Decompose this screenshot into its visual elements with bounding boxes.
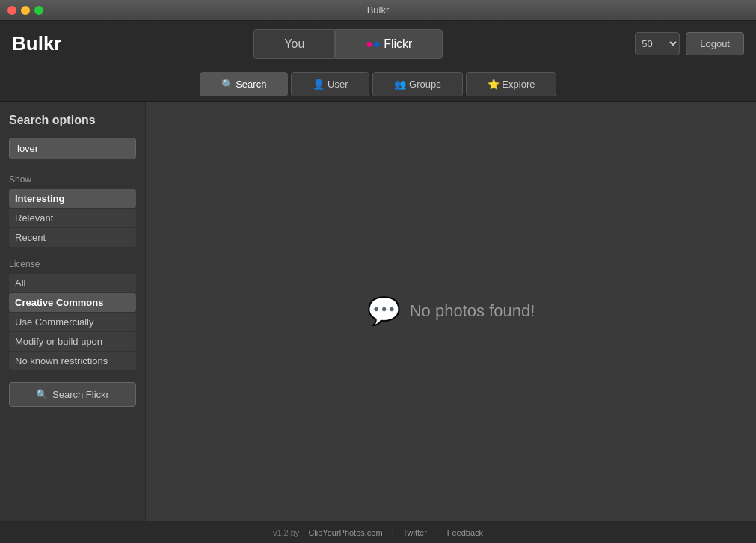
license-option-all[interactable]: All — [9, 274, 136, 292]
search-icon: 🔍 — [221, 79, 233, 90]
nav-right: 50 25 100 Logout — [635, 32, 744, 55]
license-label: License — [9, 259, 136, 269]
sec-tab-groups-label: Groups — [409, 79, 441, 90]
content-area: 💬 No photos found! — [146, 102, 756, 521]
sec-tab-explore-label: Explore — [502, 79, 535, 90]
title-bar: Bulkr — [0, 0, 756, 21]
minimize-button[interactable] — [21, 6, 30, 15]
user-icon: 👤 — [313, 79, 325, 90]
no-photos-message: 💬 No photos found! — [367, 295, 535, 327]
sec-tab-search-label: Search — [236, 79, 266, 90]
footer-twitter-link[interactable]: Twitter — [403, 528, 427, 537]
footer: v1.2 by ClipYourPhotos.com | Twitter | F… — [0, 521, 756, 543]
show-option-recent[interactable]: Recent — [9, 228, 136, 247]
sidebar: Search options Show Interesting Relevant… — [0, 102, 146, 521]
sidebar-title: Search options — [9, 114, 136, 127]
sec-tab-user-label: User — [328, 79, 348, 90]
license-option-modify-or-build[interactable]: Modify or build upon — [9, 332, 136, 351]
main-content: Search options Show Interesting Relevant… — [0, 102, 756, 521]
nav-tabs: You ●● Flickr — [188, 29, 509, 59]
nav-tab-flickr[interactable]: ●● Flickr — [335, 29, 443, 59]
footer-sep-2: | — [436, 528, 438, 537]
per-page-select[interactable]: 50 25 100 — [635, 32, 680, 55]
search-input[interactable] — [9, 138, 136, 159]
license-options-list: All Creative Commons Use Commercially Mo… — [9, 274, 136, 370]
show-label: Show — [9, 174, 136, 185]
license-option-no-known[interactable]: No known restrictions — [9, 352, 136, 370]
window-title: Bulkr — [367, 4, 390, 16]
show-options-list: Interesting Relevant Recent — [9, 189, 136, 247]
sec-tab-user[interactable]: 👤 User — [291, 72, 369, 96]
license-option-use-commercially[interactable]: Use Commercially — [9, 313, 136, 331]
show-option-interesting[interactable]: Interesting — [9, 189, 136, 208]
secondary-nav: 🔍 Search 👤 User 👥 Groups ⭐ Explore — [0, 67, 756, 102]
maximize-button[interactable] — [34, 6, 43, 15]
footer-site-link[interactable]: ClipYourPhotos.com — [308, 528, 382, 537]
show-option-relevant[interactable]: Relevant — [9, 209, 136, 227]
logout-button[interactable]: Logout — [686, 32, 744, 55]
license-option-creative-commons[interactable]: Creative Commons — [9, 293, 136, 312]
footer-feedback-link[interactable]: Feedback — [447, 528, 483, 537]
sec-tab-groups[interactable]: 👥 Groups — [372, 72, 462, 96]
nav-tab-flickr-label: Flickr — [384, 37, 412, 50]
footer-sep-1: | — [392, 528, 394, 537]
no-photos-icon: 💬 — [367, 295, 401, 327]
close-button[interactable] — [7, 6, 16, 15]
sec-tab-explore[interactable]: ⭐ Explore — [466, 72, 557, 96]
footer-version: v1.2 by — [273, 528, 299, 537]
sec-tab-search[interactable]: 🔍 Search — [200, 72, 289, 96]
nav-tab-you-label: You — [284, 37, 304, 50]
flickr-dot-pink: ● — [366, 37, 373, 50]
explore-icon: ⭐ — [488, 79, 500, 90]
app-logo: Bulkr — [12, 32, 61, 55]
no-photos-text: No photos found! — [410, 301, 535, 321]
groups-icon: 👥 — [394, 79, 406, 90]
search-flickr-label: Search Flickr — [52, 389, 109, 400]
window-controls — [7, 6, 43, 15]
search-flickr-button[interactable]: 🔍 Search Flickr — [9, 382, 136, 407]
nav-tab-you[interactable]: You — [253, 29, 335, 59]
flickr-dot-blue: ● — [373, 37, 381, 50]
search-flickr-icon: 🔍 — [36, 389, 48, 400]
top-nav: Bulkr You ●● Flickr 50 25 100 Logout — [0, 21, 756, 67]
